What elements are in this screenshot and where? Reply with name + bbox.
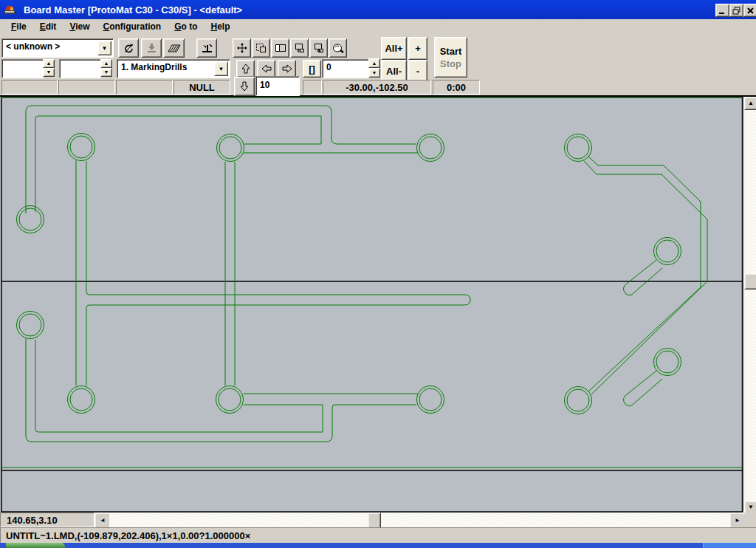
arrow-down-icon bbox=[238, 81, 250, 92]
spinner-down-icon[interactable]: ▼ bbox=[100, 68, 112, 77]
start-button-edge[interactable] bbox=[6, 543, 65, 548]
app-icon bbox=[4, 4, 16, 16]
toolbar: < unknown > ▼ bbox=[0, 34, 756, 97]
minimize-button[interactable] bbox=[715, 4, 729, 17]
scroll-up-button[interactable]: ▲ bbox=[744, 97, 756, 110]
tool-down-icon bbox=[201, 42, 213, 54]
arrow-left-icon bbox=[261, 63, 272, 75]
phase-combobox[interactable]: 1. MarkingDrills ▼ bbox=[117, 59, 230, 78]
arrow-down-icon: ▼ bbox=[748, 504, 754, 510]
menu-bar: File Edit View Configuration Go to Help bbox=[0, 19, 756, 34]
brackets-button[interactable]: [] bbox=[303, 60, 321, 78]
scroll-right-button[interactable]: ► bbox=[729, 513, 746, 529]
engage-head-button[interactable] bbox=[141, 38, 162, 58]
overlap-icon bbox=[275, 42, 286, 54]
restore-button[interactable] bbox=[729, 4, 743, 17]
move-up-button[interactable] bbox=[236, 60, 255, 78]
move-icon bbox=[236, 42, 248, 54]
plus-button[interactable]: + bbox=[408, 37, 427, 60]
menu-help[interactable]: Help bbox=[205, 20, 237, 33]
arrow-up-icon: ▲ bbox=[748, 100, 754, 106]
menu-view[interactable]: View bbox=[63, 20, 96, 33]
y-position-field[interactable] bbox=[59, 59, 101, 78]
all-plus-button[interactable]: All+ bbox=[381, 37, 407, 60]
status-bar: UNTITL~1.LMD,(-109.879,202.406),1×1,0.00… bbox=[0, 527, 756, 544]
move-button[interactable] bbox=[233, 38, 251, 58]
head-combobox[interactable]: < unknown > ▼ bbox=[1, 38, 114, 58]
board-master-window: Board Master [ProtoMat C30 - C30/S] - <d… bbox=[0, 0, 756, 548]
rotate-button[interactable] bbox=[118, 38, 139, 58]
status-panel-2 bbox=[58, 80, 115, 95]
step-spinner: ▲ ▼ bbox=[368, 58, 380, 78]
cursor-position-panel: 140.65,3.10 bbox=[0, 513, 94, 527]
taskbar bbox=[0, 543, 756, 548]
x-position-spinner: ▲ ▼ bbox=[43, 59, 55, 77]
scrollbar-corner bbox=[744, 513, 756, 527]
move-left-button[interactable] bbox=[257, 60, 275, 78]
time-panel: 0:00 bbox=[433, 80, 480, 95]
zoom-button[interactable] bbox=[329, 38, 347, 58]
step-field[interactable]: 0 bbox=[322, 59, 369, 78]
milling-icon bbox=[168, 43, 181, 53]
overlap-button[interactable] bbox=[271, 38, 289, 58]
menu-configuration[interactable]: Configuration bbox=[97, 20, 168, 33]
vertical-scrollbar-thumb[interactable] bbox=[744, 273, 756, 290]
minimize-icon bbox=[718, 7, 726, 15]
vertical-scrollbar[interactable]: ▲ ▼ bbox=[744, 97, 756, 513]
y-position-spinner: ▲ ▼ bbox=[100, 59, 112, 77]
arrow-right-icon: ► bbox=[735, 518, 740, 524]
copy-block2-icon bbox=[313, 42, 325, 54]
spinner-up-icon[interactable]: ▲ bbox=[100, 59, 112, 68]
engage-head-icon bbox=[145, 42, 157, 54]
restore-icon bbox=[732, 7, 740, 15]
tool-down-button[interactable] bbox=[196, 38, 217, 58]
stop-label: Stop bbox=[440, 58, 461, 70]
start-stop-button[interactable]: Start Stop bbox=[434, 37, 467, 78]
position-panel: -30.00,-102.50 bbox=[323, 80, 431, 95]
arrow-right-icon bbox=[281, 63, 293, 75]
start-label: Start bbox=[440, 45, 462, 58]
arrow-up-icon bbox=[240, 63, 252, 75]
copy-block2-button[interactable] bbox=[309, 38, 328, 58]
menu-goto[interactable]: Go to bbox=[168, 20, 204, 33]
horizontal-scrollbar-thumb[interactable] bbox=[368, 513, 381, 529]
move-right-button[interactable] bbox=[278, 60, 296, 78]
menu-edit[interactable]: Edit bbox=[33, 20, 63, 33]
spinner-up-icon[interactable]: ▲ bbox=[43, 59, 55, 68]
copy-block-button[interactable] bbox=[290, 38, 309, 58]
menu-file[interactable]: File bbox=[4, 20, 33, 33]
milling-button[interactable] bbox=[163, 38, 185, 58]
status-panel-4 bbox=[303, 80, 322, 95]
head-combobox-value: < unknown > bbox=[2, 39, 113, 55]
chevron-down-icon[interactable]: ▼ bbox=[97, 41, 111, 55]
depth-field-value: 10 bbox=[256, 77, 299, 93]
step-field-value: 0 bbox=[323, 60, 368, 75]
chevron-down-icon[interactable]: ▼ bbox=[214, 61, 228, 76]
depth-field[interactable]: 10 bbox=[255, 76, 300, 96]
move-down-button[interactable] bbox=[234, 77, 255, 96]
title-bar: Board Master [ProtoMat C30 - C30/S] - <d… bbox=[0, 0, 756, 19]
scroll-left-button[interactable]: ◄ bbox=[94, 513, 111, 529]
close-icon bbox=[746, 7, 755, 15]
window-title: Board Master [ProtoMat C30 - C30/S] - <d… bbox=[24, 4, 242, 16]
status-panel-3 bbox=[116, 80, 173, 95]
spinner-up-icon[interactable]: ▲ bbox=[368, 58, 380, 68]
status-panel-1 bbox=[1, 80, 58, 95]
board-view[interactable] bbox=[0, 97, 744, 513]
spinner-down-icon[interactable]: ▼ bbox=[368, 68, 380, 78]
zoom-icon bbox=[331, 43, 344, 54]
phase-combobox-value: 1. MarkingDrills bbox=[117, 60, 230, 75]
system-tray-edge bbox=[703, 543, 756, 548]
tool-status-panel: NULL bbox=[173, 80, 230, 95]
pcb-drawing bbox=[0, 97, 744, 513]
spinner-down-icon[interactable]: ▼ bbox=[43, 68, 55, 77]
select-area-button[interactable] bbox=[252, 38, 270, 58]
rotate-icon bbox=[123, 42, 135, 55]
copy-block-icon bbox=[294, 42, 306, 54]
select-area-icon bbox=[255, 42, 267, 54]
close-button[interactable] bbox=[743, 4, 756, 17]
x-position-field[interactable] bbox=[1, 59, 44, 78]
arrow-left-icon: ◄ bbox=[100, 518, 106, 524]
horizontal-scrollbar[interactable] bbox=[109, 513, 729, 527]
